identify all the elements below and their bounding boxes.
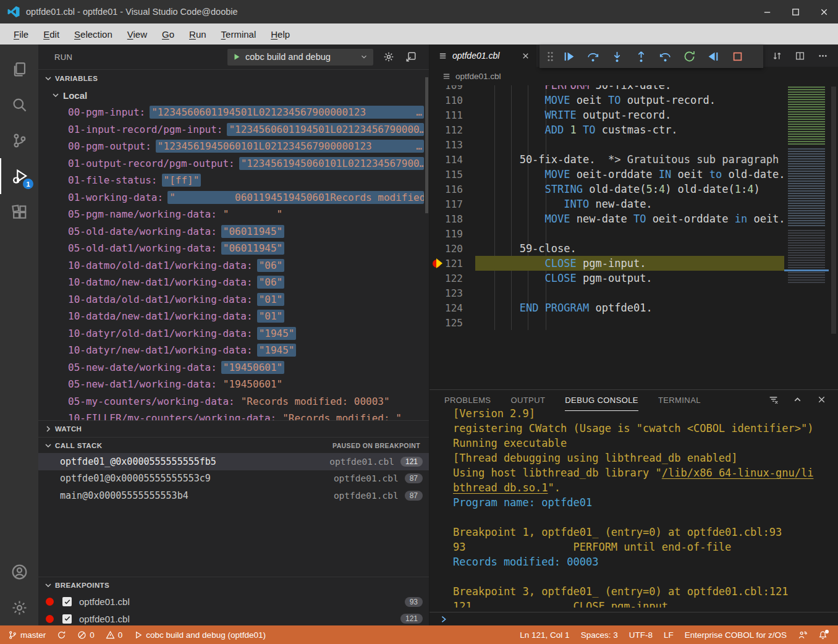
status-warnings[interactable]: 0: [100, 630, 129, 640]
activity-account-icon[interactable]: [0, 554, 38, 590]
line-number[interactable]: 125: [430, 316, 463, 331]
line-number[interactable]: 118: [430, 212, 463, 227]
breakpoint-checkbox[interactable]: [62, 597, 72, 606]
step-over-icon[interactable]: [581, 46, 605, 68]
variable-row[interactable]: 05-pgm-name/working-data:" ": [38, 206, 429, 223]
call-stack-frame[interactable]: optfde01@0x00005555555553c9optfde01.cbl8…: [38, 470, 429, 488]
line-number[interactable]: 113: [430, 138, 463, 153]
breakpoint-row[interactable]: optfde01.cbl121: [38, 611, 429, 628]
status-utf-8[interactable]: UTF-8: [624, 630, 658, 640]
line-number[interactable]: 124: [430, 301, 463, 316]
status-ln-121-col-1[interactable]: Ln 121, Col 1: [514, 630, 575, 640]
restart-icon[interactable]: [677, 46, 701, 68]
menu-terminal[interactable]: Terminal: [214, 23, 264, 44]
line-number[interactable]: 116: [430, 182, 463, 197]
chevron-down-icon[interactable]: [360, 53, 368, 61]
breakpoints-section-header[interactable]: BREAKPOINTS: [38, 577, 429, 593]
split-editor-icon[interactable]: [795, 51, 805, 61]
variable-row[interactable]: 05-old-date/working-data:"06011945": [38, 223, 429, 240]
line-number[interactable]: 110: [430, 93, 463, 108]
variable-row[interactable]: 01-working-data:" 0601194519450601Record…: [38, 189, 429, 206]
drag-grip-icon[interactable]: [543, 46, 557, 68]
stop-icon[interactable]: [726, 46, 750, 68]
editor-scrollbar[interactable]: [831, 87, 836, 334]
activity-extensions-icon[interactable]: [0, 194, 38, 230]
variable-row[interactable]: 05-old-dat1/working-data:"06011945": [38, 240, 429, 257]
line-number[interactable]: 111: [430, 108, 463, 123]
variable-row[interactable]: 05-new-dat1/working-data:"19450601": [38, 376, 429, 393]
sidebar-scrollbar[interactable]: [425, 77, 428, 213]
status-bell[interactable]: [813, 630, 833, 640]
activity-source-control-icon[interactable]: [0, 122, 38, 158]
variables-section-header[interactable]: VARIABLES: [38, 69, 429, 87]
menu-run[interactable]: Run: [182, 23, 214, 44]
line-number[interactable]: 112: [430, 123, 463, 138]
status-play-outline[interactable]: cobc build and debug (optfde01): [128, 630, 271, 640]
menu-help[interactable]: Help: [263, 23, 297, 44]
status-lf[interactable]: LF: [658, 630, 679, 640]
line-number[interactable]: 120: [430, 242, 463, 256]
maximize-button[interactable]: [781, 0, 810, 23]
code-editor[interactable]: 109 PERFORM 50-fix-date.110 MOVE oeit TO…: [430, 85, 784, 389]
menu-view[interactable]: View: [120, 23, 154, 44]
debug-console-input[interactable]: [430, 612, 838, 625]
panel-tab-terminal[interactable]: TERMINAL: [658, 390, 701, 411]
variable-row[interactable]: 10-datyr/new-dat1/working-data:"1945": [38, 342, 429, 359]
breadcrumb[interactable]: optfde01.cbl: [430, 67, 838, 85]
status-enterprise-cobol-for-z-os[interactable]: Enterprise COBOL for z/OS: [679, 630, 792, 640]
open-changes-icon[interactable]: [772, 51, 782, 61]
close-button[interactable]: [810, 0, 838, 23]
scope-local-row[interactable]: Local: [38, 87, 429, 104]
variable-row[interactable]: 00-pgm-output:"1234561945060101L02123456…: [38, 138, 429, 155]
step-into-icon[interactable]: [605, 46, 629, 68]
line-number[interactable]: 123: [430, 286, 463, 301]
start-debug-icon[interactable]: [232, 53, 241, 61]
breakpoint-checkbox[interactable]: [62, 614, 72, 624]
variable-row[interactable]: 10-FILLER/my-counters/working-data:"Reco…: [38, 410, 429, 420]
status-feedback[interactable]: [792, 630, 813, 640]
variable-row[interactable]: 01-output-record/pgm-output:"12345619450…: [38, 155, 429, 172]
variable-row[interactable]: 10-datmo/new-dat1/working-data:"06": [38, 274, 429, 291]
line-number[interactable]: 117: [430, 197, 463, 212]
step-out-icon[interactable]: [629, 46, 653, 68]
menu-file[interactable]: File: [6, 23, 36, 44]
line-number[interactable]: 115: [430, 167, 463, 182]
variable-row[interactable]: 10-datmo/old-dat1/working-data:"06": [38, 257, 429, 274]
continue-icon[interactable]: [557, 46, 581, 68]
activity-settings-gear-icon[interactable]: [0, 590, 38, 625]
activity-files-icon[interactable]: [0, 51, 38, 87]
activity-search-icon[interactable]: [0, 87, 38, 122]
status-sync[interactable]: [51, 630, 72, 640]
close-icon[interactable]: [816, 394, 827, 407]
variable-row[interactable]: 01-file-status:"[ff]": [38, 172, 429, 189]
activity-run-and-debug-icon[interactable]: 1: [0, 158, 38, 194]
close-tab-icon[interactable]: [521, 51, 530, 61]
variable-row[interactable]: 10-datda/new-dat1/working-data:"01": [38, 308, 429, 325]
filter-icon[interactable]: [768, 394, 779, 407]
launch-config-dropdown[interactable]: cobc build and debug: [227, 49, 373, 66]
line-number[interactable]: 119: [430, 227, 463, 242]
minimize-button[interactable]: [753, 0, 781, 23]
variable-row[interactable]: 00-pgm-input:"1234560601194501L021234567…: [38, 104, 429, 121]
breakpoint-row[interactable]: optfde01.cbl93: [38, 593, 429, 611]
variable-row[interactable]: 10-datyr/old-dat1/working-data:"1945": [38, 325, 429, 342]
settings-gear-icon[interactable]: [383, 51, 394, 62]
call-stack-frame[interactable]: optfde01_@0x0000555555555fb5optfde01.cbl…: [38, 453, 429, 470]
status-errors[interactable]: 0: [72, 630, 100, 640]
line-number[interactable]: 114: [430, 153, 463, 167]
menu-go[interactable]: Go: [154, 23, 182, 44]
variable-row[interactable]: 05-new-date/working-data:"19450601": [38, 359, 429, 376]
status-spaces-3[interactable]: Spaces: 3: [575, 630, 624, 640]
menu-selection[interactable]: Selection: [67, 23, 120, 44]
variable-row[interactable]: 05-my-counters/working-data:"Records mod…: [38, 393, 429, 410]
open-debug-console-icon[interactable]: [405, 51, 417, 62]
call-stack-section-header[interactable]: CALL STACK PAUSED ON BREAKPOINT: [38, 437, 429, 453]
reverse-continue-icon[interactable]: [701, 46, 726, 68]
status-branch[interactable]: master: [2, 630, 51, 640]
call-stack-frame[interactable]: main@0x00005555555553b4optfde01.cbl87: [38, 487, 429, 504]
step-back-icon[interactable]: [653, 46, 677, 68]
chevron-up-icon[interactable]: [792, 394, 803, 407]
panel-tab-debug-console[interactable]: DEBUG CONSOLE: [565, 390, 638, 411]
menu-edit[interactable]: Edit: [36, 23, 67, 44]
more-actions-icon[interactable]: [818, 51, 828, 61]
